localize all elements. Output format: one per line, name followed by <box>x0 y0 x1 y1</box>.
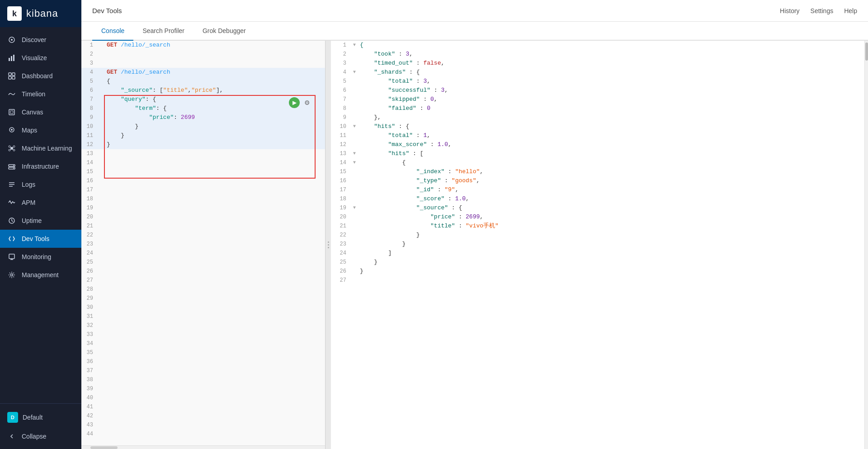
svg-point-1 <box>11 39 13 41</box>
machine-learning-icon <box>7 144 16 153</box>
dashboard-icon <box>7 71 16 80</box>
svg-rect-8 <box>12 76 15 79</box>
left-panel-scrollbar[interactable] <box>81 445 325 449</box>
output-line: 4 ▼ "_shards" : { <box>335 68 864 77</box>
sidebar-item-label: Machine Learning <box>22 145 72 152</box>
sidebar: k kibana Discover Visualize Dashboard <box>0 0 81 449</box>
code-line: 3 <box>81 59 325 68</box>
run-button[interactable]: ▶ <box>289 97 300 108</box>
code-line: 18 <box>81 194 325 203</box>
right-scrollbar[interactable] <box>864 41 868 449</box>
uptime-icon <box>7 216 16 225</box>
output-line: 20 "price" : 2699, <box>335 213 864 222</box>
tab-bar: Console Search Profiler Grok Debugger <box>81 22 868 41</box>
code-line: 17 <box>81 185 325 194</box>
output-line: 16 "_type" : "goods", <box>335 176 864 185</box>
tab-console[interactable]: Console <box>92 22 133 41</box>
sidebar-item-maps[interactable]: Maps <box>0 121 81 139</box>
code-line: 34 <box>81 339 325 348</box>
sidebar-item-logs[interactable]: Logs <box>0 175 81 194</box>
output-line: 22 } <box>335 231 864 240</box>
output-line: 17 "_id" : "9", <box>335 185 864 194</box>
run-button-area: ▶ ⚙ <box>289 97 312 108</box>
sidebar-item-label: Maps <box>22 127 37 134</box>
code-line: 29 <box>81 294 325 303</box>
output-line: 18 "_score" : 1.0, <box>335 194 864 203</box>
sidebar-item-management[interactable]: Management <box>0 266 81 284</box>
code-line: 35 <box>81 348 325 357</box>
monitoring-icon <box>7 252 16 261</box>
code-line: 24 <box>81 249 325 258</box>
svg-line-18 <box>10 147 11 147</box>
sidebar-item-visualize[interactable]: Visualize <box>0 49 81 67</box>
sidebar-item-dashboard[interactable]: Dashboard <box>0 67 81 85</box>
output-line: 19 ▼ "_source" : { <box>335 203 864 213</box>
settings-link[interactable]: Settings <box>811 7 834 14</box>
collapse-item[interactable]: Collapse <box>0 427 81 445</box>
sidebar-item-timelion[interactable]: Timelion <box>0 85 81 103</box>
code-line: 39 <box>81 384 325 393</box>
code-line: 9 "price": 2699 <box>81 113 325 122</box>
collapse-label: Collapse <box>22 433 46 440</box>
sidebar-item-discover[interactable]: Discover <box>0 31 81 49</box>
panel-divider[interactable] <box>326 41 331 449</box>
scrollbar-thumb <box>865 43 868 61</box>
output-line: 27 <box>335 276 864 285</box>
help-link[interactable]: Help <box>844 7 857 14</box>
svg-point-14 <box>9 146 10 147</box>
svg-line-19 <box>13 147 13 147</box>
code-line: 30 <box>81 303 325 312</box>
sidebar-item-dev-tools[interactable]: Dev Tools <box>0 230 81 248</box>
sidebar-item-apm[interactable]: APM <box>0 194 81 212</box>
user-item[interactable]: D Default <box>0 407 81 427</box>
management-icon <box>7 270 16 279</box>
output-line: 21 "title" : "vivo手机" <box>335 222 864 231</box>
logo-area: k kibana <box>0 0 81 27</box>
svg-rect-7 <box>9 76 11 79</box>
code-line: 14 <box>81 158 325 167</box>
output-line: 10 ▼ "hits" : { <box>335 122 864 131</box>
svg-line-20 <box>10 149 11 150</box>
sidebar-item-monitoring[interactable]: Monitoring <box>0 248 81 266</box>
visualize-icon <box>7 53 16 62</box>
output-editor[interactable]: 1 ▼ { 2 "took" : 3, 3 "timed_out" : fals… <box>331 41 864 449</box>
output-line: 12 "max_score" : 1.0, <box>335 140 864 149</box>
sidebar-item-label: Visualize <box>22 54 47 61</box>
output-line: 13 ▼ "hits" : [ <box>335 149 864 158</box>
sidebar-item-label: Timelion <box>22 90 45 98</box>
sidebar-item-machine-learning[interactable]: Machine Learning <box>0 139 81 157</box>
code-line: 41 <box>81 402 325 411</box>
svg-rect-6 <box>12 73 15 76</box>
svg-rect-4 <box>13 55 14 61</box>
svg-line-21 <box>13 149 13 150</box>
sidebar-item-label: Discover <box>22 36 46 43</box>
code-line: 12 } <box>81 140 325 149</box>
code-line: 23 <box>81 240 325 249</box>
code-line: 6 "_source": ["title","price"], <box>81 86 325 95</box>
code-line: 15 <box>81 167 325 176</box>
svg-point-16 <box>9 149 10 151</box>
tab-grok-debugger[interactable]: Grok Debugger <box>193 22 255 41</box>
code-line: 16 <box>81 176 325 185</box>
code-line: 26 <box>81 267 325 276</box>
sidebar-item-canvas[interactable]: Canvas <box>0 103 81 121</box>
code-line: 21 <box>81 222 325 231</box>
wrench-button[interactable]: ⚙ <box>302 97 312 108</box>
code-line: 2 <box>81 50 325 59</box>
tab-search-profiler[interactable]: Search Profiler <box>133 22 193 41</box>
sidebar-item-infrastructure[interactable]: Infrastructure <box>0 157 81 175</box>
code-line: 38 <box>81 375 325 384</box>
sidebar-item-uptime[interactable]: Uptime <box>0 212 81 230</box>
sidebar-item-label: APM <box>22 199 35 206</box>
editor-right-panel: 1 ▼ { 2 "took" : 3, 3 "timed_out" : fals… <box>331 41 864 449</box>
editor-left-panel: 1 GET /hello/_search 2 3 <box>81 41 326 449</box>
code-line: 42 <box>81 411 325 421</box>
code-line: 22 <box>81 231 325 240</box>
logo-icon: k <box>7 6 22 21</box>
history-link[interactable]: History <box>780 7 800 14</box>
code-line: 11 } <box>81 131 325 140</box>
sidebar-item-label: Logs <box>22 181 35 188</box>
code-line: 10 } <box>81 122 325 131</box>
topbar-actions: History Settings Help <box>780 7 857 14</box>
code-line: 13 <box>81 149 325 158</box>
